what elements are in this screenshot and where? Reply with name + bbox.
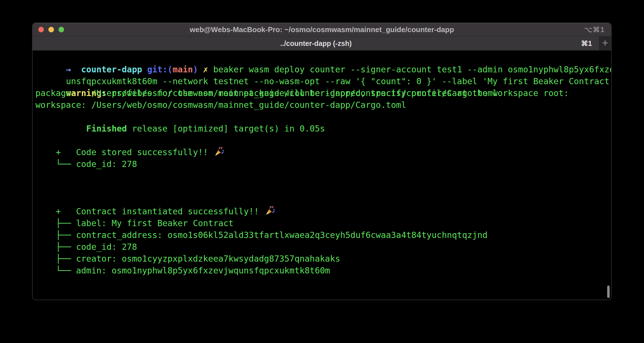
blank-line [35, 170, 611, 182]
code-stored-heading: Code stored successfully!! [35, 135, 611, 146]
tree-contract-address: ├── contract_address: osmo1s06kl52ald33t… [35, 229, 611, 241]
terminal-content[interactable]: → counter-dapp git:(main) ✗ beaker wasm … [33, 51, 611, 300]
scrollbar-thumb[interactable] [607, 286, 610, 298]
new-tab-button[interactable]: + [599, 36, 611, 50]
finished-line: Finished release [optimized] target(s) i… [35, 111, 611, 123]
window-title: web@Webs-MacBook-Pro: ~/osmo/cosmwasm/ma… [33, 23, 611, 36]
git-dirty-icon: ✗ [203, 64, 213, 74]
tree-creator: ├── creator: osmo1cyyzpxplxdzkeea7kwsyda… [35, 253, 611, 265]
party-popper-icon [214, 146, 224, 160]
instantiated-heading: Contract instantiated successfully!! [35, 194, 611, 206]
terminal-window: web@Webs-MacBook-Pro: ~/osmo/cosmwasm/ma… [32, 23, 612, 300]
finished-label: Finished [66, 124, 127, 133]
plus-icon: + [602, 37, 608, 49]
code-stored-text: Code stored successfully!! [66, 147, 213, 157]
command-text: unsfqpcxukmtk8t60m --network testnet --n… [66, 76, 612, 86]
tab-title: ../counter-dapp (-zsh) [33, 36, 599, 50]
command-text: beaker wasm deploy counter --signer-acco… [213, 64, 612, 74]
prompt-line-2: → counter-dapp git:(main) ✗ [35, 288, 611, 300]
git-prefix: git:( [147, 64, 172, 74]
instantiated-text: Contract instantiated successfully!! [66, 206, 264, 216]
workspace-line: workspace: /Users/web/osmo/cosmwasm/main… [35, 99, 611, 111]
blank-line [35, 277, 611, 288]
tab-shortcut-badge: ⌘1 [581, 36, 592, 50]
prompt-line-1: → counter-dapp git:(main) ✗ beaker wasm … [35, 52, 611, 64]
tree-code-id: ├── code_id: 278 [35, 241, 611, 253]
finished-text: release [optimized] target(s) in 0.05s [127, 124, 325, 133]
git-suffix: ) [193, 64, 203, 74]
git-branch: main [173, 64, 193, 74]
tree-label: ├── label: My first Beaker Contract [35, 217, 611, 229]
window-shortcut-badge: ⌥⌘1 [584, 23, 605, 36]
party-popper-icon [265, 206, 275, 219]
prompt-arrow: → [66, 64, 81, 74]
tree-code-id: └── code_id: 278 [35, 158, 611, 170]
blank-line [35, 182, 611, 194]
tab-bar: ../counter-dapp (-zsh) ⌘1 + [33, 36, 611, 51]
title-bar[interactable]: web@Webs-MacBook-Pro: ~/osmo/cosmwasm/ma… [33, 23, 611, 36]
tab-counter-dapp[interactable]: ../counter-dapp (-zsh) ⌘1 [33, 36, 600, 50]
tree-admin: └── admin: osmo1nyphwl8p5yx6fxzevjwqunsf… [35, 265, 611, 277]
prompt-directory: counter-dapp [81, 64, 147, 74]
